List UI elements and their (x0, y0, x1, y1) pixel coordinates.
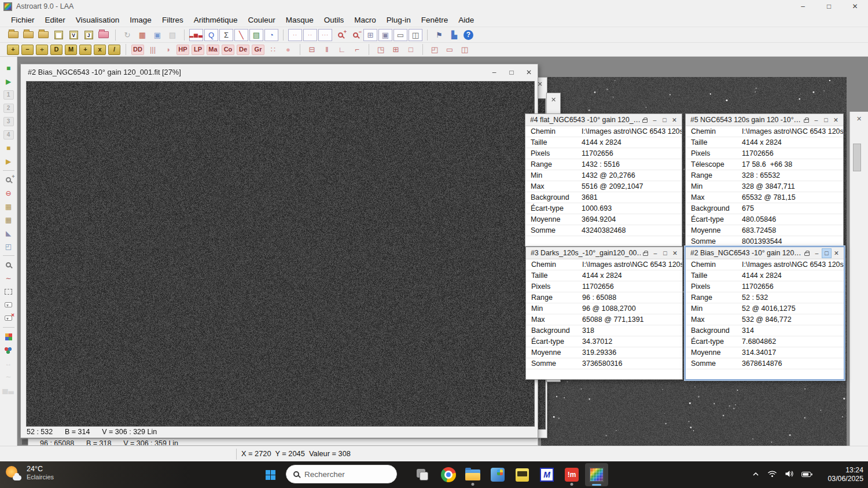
select-rect-icon[interactable] (2, 285, 16, 298)
play-green-icon[interactable]: ▶ (2, 75, 16, 87)
arrange-transfer-icon[interactable]: ▦ (135, 29, 149, 41)
taskbar-app-m[interactable]: M (535, 463, 558, 486)
taskbar-app-photos[interactable] (486, 463, 509, 486)
filter-lp-icon[interactable]: LP (192, 45, 204, 55)
fits-header-icon[interactable]: ▤ (249, 29, 263, 41)
histogram-icon[interactable]: ▂▅▃ (189, 29, 203, 41)
grid-icon[interactable]: ▦ (2, 214, 16, 226)
tray-chevron-icon[interactable] (752, 470, 760, 480)
preview-icon[interactable]: Q (204, 29, 218, 41)
app-minimize-button[interactable]: – (790, 0, 816, 13)
maximize-icon[interactable]: □ (660, 115, 670, 125)
profile-icon[interactable]: ╲ (234, 29, 248, 41)
select-area-icon[interactable]: ▦ (2, 200, 16, 212)
corner-tr-icon[interactable]: ⌐ (350, 43, 364, 56)
observatory-icon[interactable]: ◔ (264, 29, 278, 41)
vertical-scrollbar-thumb[interactable] (853, 144, 861, 171)
menu-editer[interactable]: Editer (40, 14, 71, 26)
minimize-icon[interactable]: – (811, 115, 821, 125)
run-gold-icon[interactable]: ■ (2, 142, 16, 154)
filter-color-icon[interactable]: Co (222, 45, 234, 55)
math-multiply-icon[interactable]: x (94, 45, 106, 55)
battery-icon[interactable] (801, 471, 812, 479)
preset-4-icon[interactable]: 4 (2, 129, 16, 141)
mosaic-icon[interactable]: ▙ (447, 29, 461, 41)
filter-levels-icon[interactable]: ||| (146, 43, 160, 56)
play-gold-icon[interactable]: ▶ (2, 155, 16, 167)
menu-outils[interactable]: Outils (319, 14, 350, 26)
undo-icon[interactable]: ↻ (120, 29, 134, 41)
zoom-out-icon[interactable]: − (348, 29, 362, 41)
lock-icon[interactable] (640, 115, 650, 125)
window-small-icon[interactable]: ·· (288, 29, 302, 41)
lock-icon[interactable] (802, 248, 812, 258)
taskbar-app-chrome[interactable] (437, 463, 460, 486)
open-browse-icon[interactable] (21, 29, 35, 41)
copy-pages-icon[interactable]: ◫ (458, 43, 472, 56)
save-j-icon[interactable]: J (82, 29, 95, 41)
minimize-icon[interactable]: – (486, 65, 503, 79)
paste-icon[interactable]: ▤ (165, 29, 179, 41)
panel-titlebar[interactable]: #4 flat_NGC6543 -10° gain 120_… – □ ✕ (525, 114, 682, 126)
filter-mesh-icon[interactable]: ● (281, 43, 295, 56)
menu-aide[interactable]: Aide (453, 14, 479, 26)
taskbar-search[interactable] (286, 465, 397, 483)
preset-1-icon[interactable]: 1 (2, 89, 16, 101)
corner-bl-icon[interactable]: ∟ (335, 43, 349, 56)
window-medium-icon[interactable]: ·· (303, 29, 317, 41)
histogram-tool-icon[interactable]: ▅▃ (2, 384, 16, 396)
app-maximize-button[interactable]: □ (816, 0, 842, 13)
math-slash-icon[interactable]: / (108, 45, 120, 55)
minimize-icon[interactable]: – (650, 115, 660, 125)
align-triangle-icon[interactable]: ◣ (2, 227, 16, 239)
taskbar-app-im[interactable]: !m (560, 463, 583, 486)
statistics-icon[interactable]: Σ (219, 29, 233, 41)
math-plus-icon[interactable]: + (79, 45, 91, 55)
maximize-icon[interactable]: □ (660, 248, 670, 258)
maximize-icon[interactable]: □ (822, 248, 832, 258)
filter-max-icon[interactable]: Ma (207, 45, 219, 55)
zoom-in-icon[interactable]: + (333, 29, 347, 41)
tile-icon[interactable]: ⊞ (389, 43, 403, 56)
minimize-icon[interactable]: – (812, 248, 822, 258)
dark-icon[interactable]: D (50, 45, 62, 55)
menu-masque[interactable]: Masque (281, 14, 319, 26)
taskbar-app-astroart[interactable] (585, 463, 608, 486)
menu-couleur[interactable]: Couleur (242, 14, 280, 26)
profile-tool-icon[interactable]: ∼ (2, 272, 16, 284)
panel-titlebar[interactable]: #3 Darks_120s_-10°_gain120_00… – □ ✕ (526, 247, 682, 259)
close-icon[interactable]: ✕ (832, 248, 841, 258)
close-icon[interactable]: ✕ (670, 248, 680, 258)
split-horizontal-icon[interactable]: ⊟ (305, 43, 319, 56)
align-polygon-icon[interactable]: ◰ (2, 240, 16, 252)
math-divide-icon[interactable]: ÷ (36, 45, 48, 55)
preset-3-icon[interactable]: 3 (2, 115, 16, 127)
minimize-icon[interactable]: – (650, 248, 660, 258)
zoom-window-icon[interactable]: ⊞ (363, 29, 377, 41)
menu-fichier[interactable]: Fichier (6, 14, 40, 26)
side-panel-icon[interactable]: ◫ (409, 29, 422, 41)
fit-screen-icon[interactable]: ▣ (378, 29, 392, 41)
save-icon[interactable] (52, 29, 65, 41)
app-close-button[interactable]: ✕ (842, 0, 868, 13)
preset-2-icon[interactable]: 2 (2, 102, 16, 114)
task-view-button[interactable] (414, 467, 431, 483)
median-icon[interactable]: M (65, 45, 77, 55)
cascade-icon[interactable]: ◳ (374, 43, 388, 56)
maximize-icon[interactable]: □ (503, 65, 520, 79)
math-subtract-icon[interactable]: − (21, 45, 34, 55)
flag-icon[interactable]: ⚑ (432, 29, 446, 41)
close-icon[interactable]: ✕ (520, 65, 538, 79)
full-screen-icon[interactable]: ▭ (393, 29, 407, 41)
copy-icon[interactable]: ▣ (150, 29, 164, 41)
filter-balance-icon[interactable]: ◑ (161, 43, 175, 56)
help-icon[interactable]: ? (464, 30, 473, 40)
menu-plug-in[interactable]: Plug-in (381, 14, 416, 26)
search-input[interactable] (304, 470, 380, 479)
clock-widget[interactable]: 13:24 03/06/2025 (827, 465, 863, 483)
filter-deconv-icon[interactable]: De (237, 45, 249, 55)
menu-image[interactable]: Image (124, 14, 157, 26)
menu-filtres[interactable]: Filtres (157, 14, 189, 26)
color-layers-icon[interactable] (2, 331, 16, 343)
start-button[interactable] (262, 466, 279, 483)
